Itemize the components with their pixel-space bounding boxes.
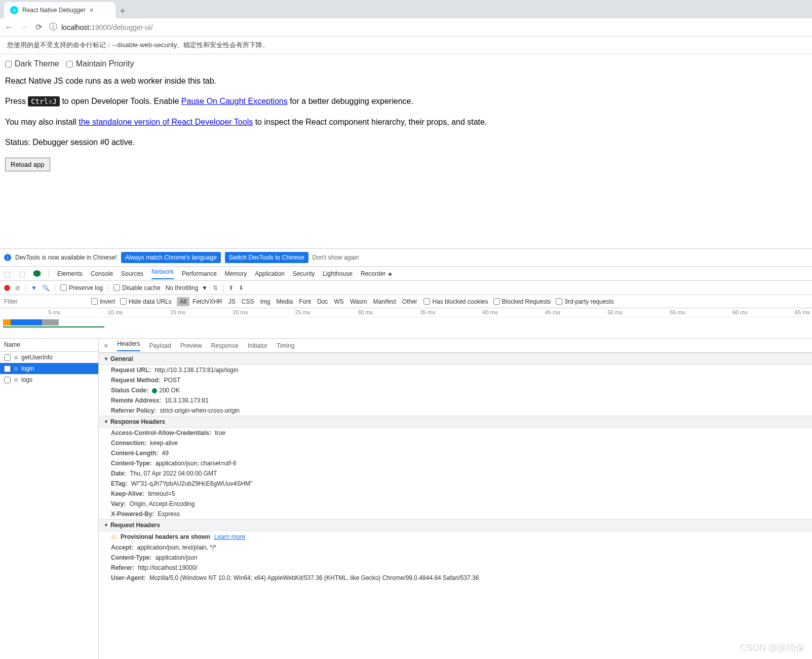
name-header[interactable]: Name (0, 339, 98, 352)
tab-recorder[interactable]: Recorder (361, 270, 392, 277)
inspect-icon[interactable]: ⬚ (4, 270, 11, 278)
tick: 50 ms (562, 308, 625, 317)
filter-input[interactable] (0, 296, 91, 307)
type-css[interactable]: CSS (239, 297, 257, 306)
search-icon[interactable]: 🔍 (42, 284, 50, 291)
node-icon[interactable] (33, 270, 41, 277)
switch-language-button[interactable]: Switch DevTools to Chinese (225, 252, 308, 263)
wifi-icon[interactable]: ⇅ (213, 284, 218, 291)
type-other[interactable]: Other (399, 297, 420, 306)
network-timeline[interactable]: 5 ms10 ms15 ms20 ms25 ms30 ms35 ms40 ms4… (0, 308, 812, 339)
device-icon[interactable]: ⬚ (19, 270, 25, 278)
tab-network[interactable]: Network (151, 268, 174, 279)
upload-icon[interactable]: ⬆ (228, 284, 234, 291)
detail-tab-preview[interactable]: Preview (180, 342, 202, 349)
header-row: Accept: application/json, text/plain, */… (99, 542, 812, 553)
hide-data-urls-label[interactable]: Hide data URLs (120, 298, 172, 305)
maintain-priority-checkbox[interactable] (66, 61, 73, 67)
tab-application[interactable]: Application (255, 270, 285, 277)
page-content: Dark Theme Maintain Priority React Nativ… (0, 54, 812, 171)
detail-tab-response[interactable]: Response (211, 342, 239, 349)
disable-cache-label[interactable]: Disable cache (113, 284, 160, 291)
reload-app-button[interactable]: Reload app (5, 158, 50, 171)
url-text: localhost:19000/debugger-ui/ (61, 23, 153, 31)
invert-label[interactable]: Invert (91, 298, 115, 305)
tab-elements[interactable]: Elements (57, 270, 83, 277)
request-headers-header[interactable]: Request Headers (99, 519, 812, 531)
header-row: Keep-Alive: timeout=5 (99, 489, 812, 499)
tab-memory[interactable]: Memory (225, 270, 247, 277)
request-item[interactable]: ⚙ getUserInfo (0, 352, 98, 363)
reload-icon[interactable]: ⟳ (35, 22, 42, 32)
clear-icon[interactable]: ⊘ (15, 284, 20, 291)
tick: 15 ms (125, 308, 187, 317)
request-item[interactable]: ⚙ logs (0, 374, 98, 385)
type-fetch[interactable]: Fetch/XHR (189, 297, 225, 306)
tab-title: React Native Debugger (22, 7, 86, 14)
request-detail: × Headers Payload Preview Response Initi… (99, 339, 812, 659)
close-detail-icon[interactable]: × (104, 342, 108, 350)
dark-theme-label[interactable]: Dark Theme (5, 59, 59, 68)
header-row: Request URL: http://10.3.138.173:81/api/… (99, 365, 812, 375)
general-header[interactable]: General (99, 353, 812, 365)
standalone-devtools-link[interactable]: the standalone version of React Develope… (79, 118, 253, 126)
tick: 65 ms (750, 308, 812, 317)
type-manifest[interactable]: Manifest (370, 297, 399, 306)
detail-tab-payload[interactable]: Payload (149, 342, 171, 349)
new-tab-button[interactable]: + (115, 4, 130, 18)
back-icon[interactable]: ← (5, 23, 13, 32)
learn-more-link[interactable]: Learn more (214, 533, 245, 540)
type-img[interactable]: Img (257, 297, 273, 306)
request-name: login (21, 365, 34, 372)
blocked-requests-label[interactable]: Blocked Requests (493, 298, 551, 305)
third-party-label[interactable]: 3rd-party requests (556, 298, 613, 305)
tab-security[interactable]: Security (293, 270, 315, 277)
type-font[interactable]: Font (296, 297, 314, 306)
tab-console[interactable]: Console (91, 270, 113, 277)
url-box[interactable]: ⓘ localhost:19000/debugger-ui/ (49, 22, 153, 32)
request-name: getUserInfo (21, 354, 53, 361)
dont-show-again-link[interactable]: Don't show again (313, 254, 359, 261)
tick: 20 ms (187, 308, 250, 317)
blocked-cookies-label[interactable]: Has blocked cookies (423, 298, 488, 305)
type-doc[interactable]: Doc (314, 297, 331, 306)
match-language-button[interactable]: Always match Chrome's language (121, 252, 221, 263)
request-item[interactable]: ⚙ login (0, 363, 98, 374)
tab-performance[interactable]: Performance (182, 270, 217, 277)
close-icon[interactable]: × (90, 6, 94, 14)
tick: 45 ms (500, 308, 562, 317)
preserve-log-label[interactable]: Preserve log (60, 284, 103, 291)
record-icon[interactable] (4, 285, 10, 291)
detail-tab-headers[interactable]: Headers (117, 340, 140, 351)
maintain-priority-label[interactable]: Maintain Priority (66, 59, 134, 68)
type-wasm[interactable]: Wasm (347, 297, 370, 306)
detail-tab-initiator[interactable]: Initiator (248, 342, 267, 349)
header-row: User-Agent: Mozilla/5.0 (Windows NT 10.0… (99, 573, 812, 583)
pause-exceptions-link[interactable]: Pause On Caught Exceptions (181, 97, 288, 105)
banner-text: DevTools is now available in Chinese! (15, 254, 117, 261)
type-all[interactable]: All (177, 297, 189, 306)
site-info-icon[interactable]: ⓘ (49, 22, 57, 32)
command-line-warning: 您使用的是不受支持的命令行标记：--disable-web-security。稳… (0, 36, 812, 54)
tick: 40 ms (437, 308, 499, 317)
filter-icon[interactable]: ▼ (31, 284, 37, 291)
tab-sources[interactable]: Sources (121, 270, 143, 277)
type-ws[interactable]: WS (331, 297, 347, 306)
header-row: Referrer Policy: strict-origin-when-cros… (99, 406, 812, 416)
header-row: Connection: keep-alive (99, 438, 812, 448)
type-js[interactable]: JS (225, 297, 239, 306)
disable-cache-checkbox[interactable] (113, 284, 120, 291)
response-headers-header[interactable]: Response Headers (99, 416, 812, 428)
download-icon[interactable]: ⬇ (239, 284, 244, 291)
forward-icon[interactable]: → (20, 23, 28, 32)
type-media[interactable]: Media (273, 297, 296, 306)
throttling-select[interactable]: No throttling ▼ (166, 284, 208, 291)
request-list: Name ⚙ getUserInfo ⚙ login ⚙ logs (0, 339, 99, 659)
detail-tab-timing[interactable]: Timing (277, 342, 295, 349)
header-row: Content-Length: 49 (99, 448, 812, 458)
dark-theme-checkbox[interactable] (5, 61, 12, 67)
tab-lighthouse[interactable]: Lighthouse (323, 270, 353, 277)
browser-tab[interactable]: ⚛ React Native Debugger × (4, 2, 115, 18)
network-body: Name ⚙ getUserInfo ⚙ login ⚙ logs × Head… (0, 339, 812, 659)
preserve-log-checkbox[interactable] (60, 284, 67, 291)
